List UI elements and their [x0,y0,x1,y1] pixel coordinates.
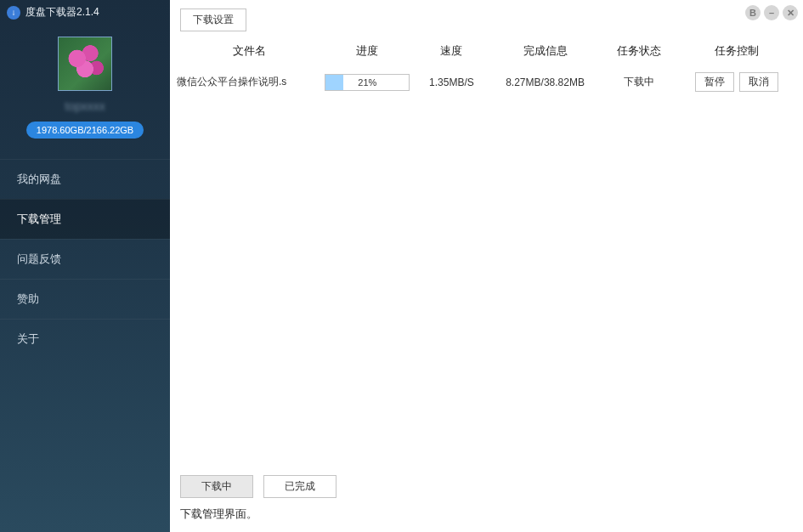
cell-progress: 21% [321,67,413,97]
download-table-wrap: 文件名 进度 速度 完成信息 任务状态 任务控制 微信公众平台操作说明.s [170,37,803,468]
back-button[interactable]: B [745,5,761,20]
cell-speed: 1.35MB/S [413,67,489,97]
username: topxxxx [65,99,105,113]
download-table: 文件名 进度 速度 完成信息 任务状态 任务控制 微信公众平台操作说明.s [177,37,796,97]
titlebar: ↓ 度盘下载器2.1.4 [0,0,170,25]
footer-caption: 下载管理界面。 [170,501,803,532]
col-header-control: 任务控制 [677,37,796,67]
cell-status: 下载中 [601,67,677,97]
sidebar: ↓ 度盘下载器2.1.4 topxxxx 1978.60GB/2166.22GB… [0,0,170,532]
sidebar-item-feedback[interactable]: 问题反馈 [0,239,170,279]
main-area: B – ✕ 下载设置 文件名 进度 速度 完成信息 任务状态 任务控制 [170,0,803,532]
col-header-name: 文件名 [177,37,321,67]
sidebar-nav: 我的网盘 下载管理 问题反馈 赞助 关于 [0,159,170,359]
progress-text: 21% [325,75,409,90]
close-button[interactable]: ✕ [783,5,798,20]
col-header-speed: 速度 [413,37,489,67]
app-title: 度盘下载器2.1.4 [25,5,99,20]
sidebar-item-label: 我的网盘 [17,173,61,185]
sidebar-item-label: 下载管理 [17,212,61,225]
table-row[interactable]: 微信公众平台操作说明.s 21% 1.35MB/S 8.27MB/38.82MB… [177,67,796,97]
minimize-button[interactable]: – [764,5,779,20]
sidebar-item-downloads[interactable]: 下载管理 [0,199,170,239]
cell-filename: 微信公众平台操作说明.s [177,67,321,97]
avatar-image [59,37,111,90]
sidebar-item-label: 关于 [17,332,39,345]
app-icon: ↓ [7,6,20,20]
sidebar-item-donate[interactable]: 赞助 [0,279,170,319]
cancel-button[interactable]: 取消 [739,72,778,92]
footer-tabs: 下载中 已完成 [170,468,803,501]
avatar[interactable] [58,37,112,91]
cell-control: 暂停 取消 [677,67,796,97]
col-header-info: 完成信息 [489,37,600,67]
col-header-progress: 进度 [321,37,413,67]
window-controls: B – ✕ [745,5,798,20]
sidebar-item-about[interactable]: 关于 [0,319,170,359]
progress-bar: 21% [325,74,410,91]
cell-info: 8.27MB/38.82MB [489,67,600,97]
toolbar: 下载设置 [170,0,803,37]
pause-button[interactable]: 暂停 [695,72,734,92]
tab-completed[interactable]: 已完成 [263,475,336,498]
col-header-status: 任务状态 [601,37,677,67]
download-settings-button[interactable]: 下载设置 [180,8,246,31]
sidebar-item-label: 问题反馈 [17,252,61,265]
sidebar-item-label: 赞助 [17,292,39,305]
sidebar-item-mydisk[interactable]: 我的网盘 [0,159,170,199]
profile-section: topxxxx 1978.60GB/2166.22GB [0,25,170,149]
tab-downloading[interactable]: 下载中 [180,475,253,498]
storage-badge: 1978.60GB/2166.22GB [26,122,144,139]
